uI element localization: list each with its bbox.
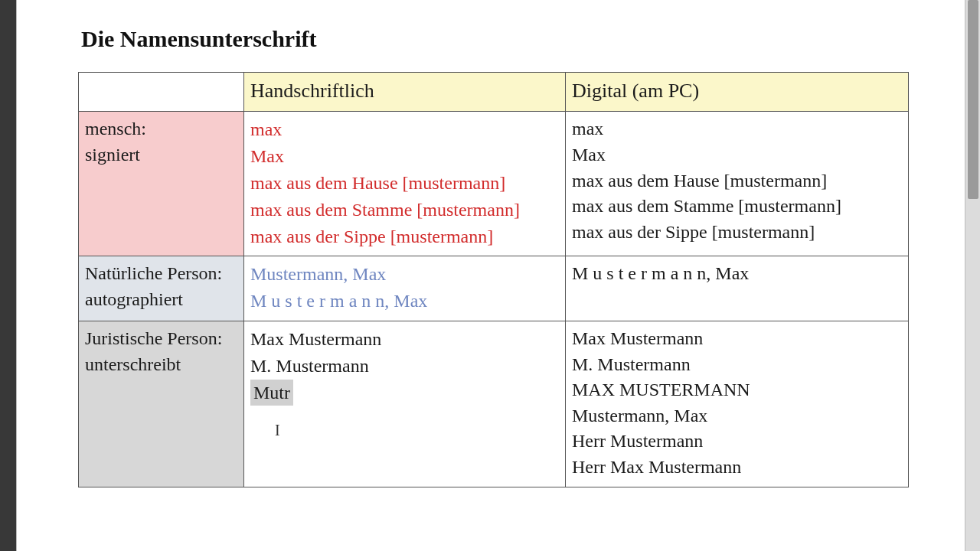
digital-item: Mustermann, Max <box>572 403 902 429</box>
content-area: Die Namensunterschrift Handschriftlich D… <box>78 26 920 487</box>
row-mensch: mensch: signiert max Max max aus dem Hau… <box>79 112 909 256</box>
text-caret-icon: I <box>275 419 559 441</box>
digital-item: MAX MUSTERMANN <box>572 377 902 403</box>
row-mensch-hand: max Max max aus dem Hause [mustermann] m… <box>244 112 566 256</box>
label-line: Natürliche Person: <box>85 261 237 287</box>
label-line: autographiert <box>85 287 237 313</box>
hand-item: max <box>250 116 559 143</box>
row-natuerliche-person: Natürliche Person: autographiert Musterm… <box>79 256 909 321</box>
app-frame: Die Namensunterschrift Handschriftlich D… <box>0 0 980 551</box>
hand-item: Max Mustermann <box>250 326 559 353</box>
row-nat-label: Natürliche Person: autographiert <box>79 256 244 321</box>
header-handschriftlich: Handschriftlich <box>244 73 566 112</box>
hand-item: M. Mustermann <box>250 353 559 380</box>
row-jur-digital: Max Mustermann M. Mustermann MAX MUSTERM… <box>566 321 909 487</box>
row-nat-digital: M u s t e r m a n n, Max <box>566 256 909 321</box>
vertical-scrollbar[interactable] <box>965 0 980 551</box>
digital-item: max aus dem Stamme [mustermann] <box>572 194 902 220</box>
hand-item: max aus dem Hause [mustermann] <box>250 170 559 197</box>
row-jur-hand: Max Mustermann M. Mustermann Mutr I <box>244 321 566 487</box>
header-digital: Digital (am PC) <box>566 73 909 112</box>
digital-item: max aus dem Hause [mustermann] <box>572 168 902 194</box>
row-nat-hand: Mustermann, Max M u s t e r m a n n, Max <box>244 256 566 321</box>
label-line: unterschreibt <box>85 352 237 378</box>
hand-item: Max <box>250 143 559 170</box>
label-line: signiert <box>85 142 237 168</box>
hand-item: M u s t e r m a n n, Max <box>250 288 559 315</box>
table-header-row: Handschriftlich Digital (am PC) <box>79 73 909 112</box>
digital-item: Max <box>572 142 902 168</box>
hand-item: max aus der Sippe [mustermann] <box>250 223 559 250</box>
label-line: Juristische Person: <box>85 326 237 352</box>
document-page: Die Namensunterschrift Handschriftlich D… <box>17 0 965 551</box>
row-juristische-person: Juristische Person: unterschreibt Max Mu… <box>79 321 909 487</box>
scrollbar-thumb[interactable] <box>968 0 978 199</box>
digital-item: Max Mustermann <box>572 326 902 352</box>
digital-item: M. Mustermann <box>572 352 902 378</box>
digital-item: Herr Max Mustermann <box>572 455 902 481</box>
digital-item: max <box>572 116 902 142</box>
row-mensch-digital: max Max max aus dem Hause [mustermann] m… <box>566 112 909 256</box>
digital-item: Herr Mustermann <box>572 429 902 455</box>
digital-item: M u s t e r m a n n, Max <box>572 261 902 287</box>
label-line: mensch: <box>85 116 237 142</box>
hand-item: Mustermann, Max <box>250 261 559 288</box>
signature-table: Handschriftlich Digital (am PC) mensch: … <box>78 72 909 487</box>
hand-item: max aus dem Stamme [mustermann] <box>250 197 559 223</box>
digital-item: max aus der Sippe [mustermann] <box>572 220 902 246</box>
hand-item-highlighted: Mutr <box>250 380 559 406</box>
row-mensch-label: mensch: signiert <box>79 112 244 256</box>
highlight-span: Mutr <box>250 380 293 406</box>
header-blank <box>79 73 244 112</box>
page-title: Die Namensunterschrift <box>81 26 920 52</box>
row-jur-label: Juristische Person: unterschreibt <box>79 321 244 487</box>
